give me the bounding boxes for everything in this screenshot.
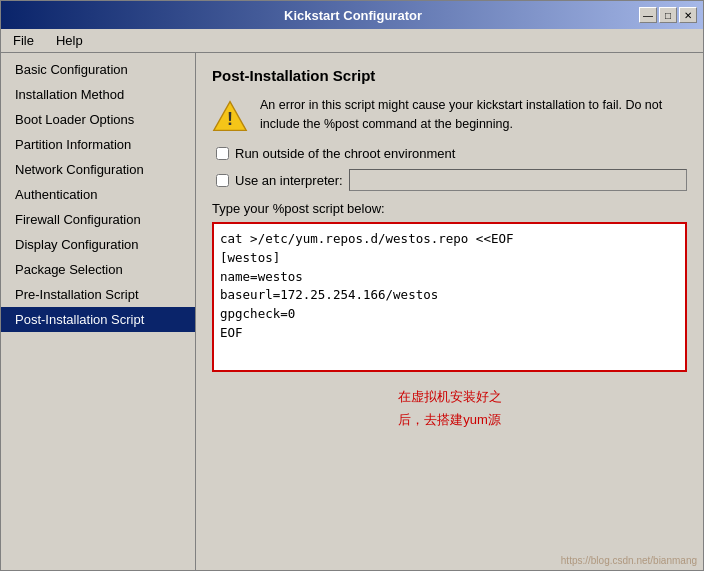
- chroot-checkbox-row: Run outside of the chroot environment: [216, 146, 687, 161]
- sidebar-item-firewall-config[interactable]: Firewall Configuration: [1, 207, 195, 232]
- window-title: Kickstart Configurator: [67, 8, 639, 23]
- sidebar-item-boot-loader[interactable]: Boot Loader Options: [1, 107, 195, 132]
- sidebar-item-network-config[interactable]: Network Configuration: [1, 157, 195, 182]
- warning-message: An error in this script might cause your…: [260, 96, 687, 134]
- maximize-button[interactable]: □: [659, 7, 677, 23]
- interpreter-checkbox[interactable]: [216, 174, 229, 187]
- menu-bar: File Help: [1, 29, 703, 53]
- sidebar-item-package-select[interactable]: Package Selection: [1, 257, 195, 282]
- note-line1: 在虚拟机安装好之: [212, 385, 687, 408]
- interpreter-input[interactable]: [349, 169, 687, 191]
- script-textarea[interactable]: cat >/etc/yum.repos.d/westos.repo <<EOF …: [212, 222, 687, 372]
- close-button[interactable]: ✕: [679, 7, 697, 23]
- sidebar-item-install-method[interactable]: Installation Method: [1, 82, 195, 107]
- interpreter-label: Use an interpreter:: [235, 173, 343, 188]
- title-bar: Kickstart Configurator — □ ✕: [1, 1, 703, 29]
- chroot-checkbox[interactable]: [216, 147, 229, 160]
- sidebar-item-authentication[interactable]: Authentication: [1, 182, 195, 207]
- svg-text:!: !: [227, 109, 233, 129]
- warning-box: ! An error in this script might cause yo…: [212, 96, 687, 134]
- window-controls: — □ ✕: [639, 7, 697, 23]
- main-window: Kickstart Configurator — □ ✕ File Help B…: [0, 0, 704, 571]
- sidebar-item-basic-config[interactable]: Basic Configuration: [1, 57, 195, 82]
- sidebar-item-post-install[interactable]: Post-Installation Script: [1, 307, 195, 332]
- sidebar: Basic Configuration Installation Method …: [1, 53, 196, 570]
- interpreter-checkbox-row: Use an interpreter:: [216, 169, 687, 191]
- main-panel: Post-Installation Script ! An error in t…: [196, 53, 703, 570]
- script-label: Type your %post script below:: [212, 201, 687, 216]
- file-menu[interactable]: File: [7, 31, 40, 50]
- content-area: Basic Configuration Installation Method …: [1, 53, 703, 570]
- sidebar-item-display-config[interactable]: Display Configuration: [1, 232, 195, 257]
- note-text: 在虚拟机安装好之 后，去搭建yum源: [212, 385, 687, 432]
- panel-title: Post-Installation Script: [212, 67, 687, 84]
- minimize-button[interactable]: —: [639, 7, 657, 23]
- note-line2: 后，去搭建yum源: [212, 408, 687, 431]
- watermark: https://blog.csdn.net/bianmang: [561, 555, 697, 566]
- chroot-label: Run outside of the chroot environment: [235, 146, 455, 161]
- help-menu[interactable]: Help: [50, 31, 89, 50]
- sidebar-item-pre-install[interactable]: Pre-Installation Script: [1, 282, 195, 307]
- warning-icon: !: [212, 98, 248, 134]
- sidebar-item-partition-info[interactable]: Partition Information: [1, 132, 195, 157]
